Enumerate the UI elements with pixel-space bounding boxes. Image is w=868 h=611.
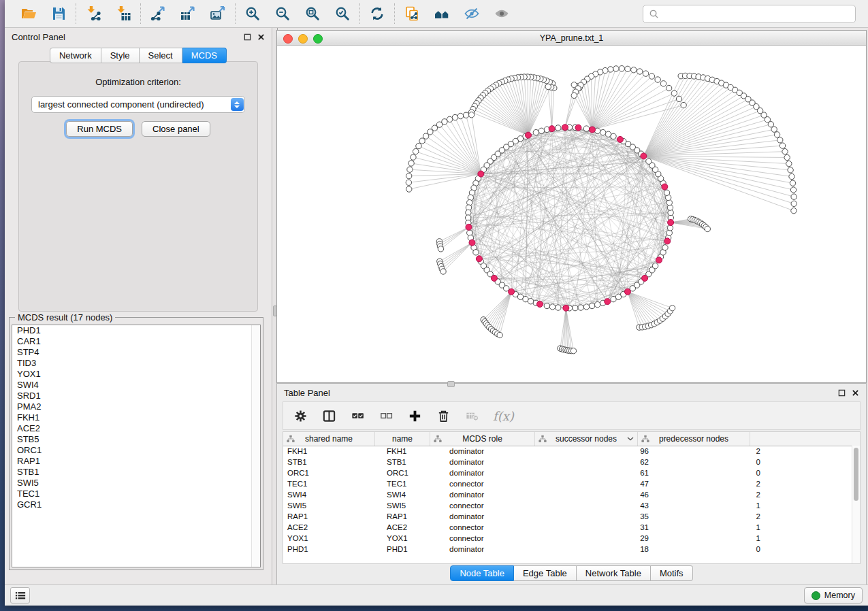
tab-motifs[interactable]: Motifs	[651, 565, 693, 581]
graph-node-dominator[interactable]	[525, 132, 531, 138]
graph-node[interactable]	[791, 201, 797, 206]
window-minimize-icon[interactable]	[298, 34, 308, 44]
table-cell[interactable]: dominator	[445, 512, 558, 521]
table-scrollbar[interactable]	[852, 446, 860, 563]
list-item[interactable]: ORC1	[12, 445, 260, 456]
table-cell[interactable]: dominator	[445, 545, 558, 553]
tab-edge-table[interactable]: Edge Table	[514, 565, 577, 581]
graph-node[interactable]	[631, 67, 637, 73]
table-cell[interactable]: 62	[558, 458, 660, 466]
list-item[interactable]: RAP1	[12, 456, 260, 467]
graph-node[interactable]	[406, 186, 412, 192]
table-cell[interactable]: ORC1	[283, 469, 383, 477]
table-cell[interactable]: 0	[660, 469, 771, 477]
graph-node[interactable]	[649, 73, 654, 79]
table-row[interactable]: SWI4SWI4dominator462	[283, 489, 852, 500]
graph-node-dominator[interactable]	[478, 171, 484, 177]
mcds-result-list[interactable]: PHD1CAR1STP4TID3YOX1SWI4SRD1PMA2FKH1ACE2…	[12, 325, 261, 567]
table-cell[interactable]: ACE2	[383, 523, 445, 531]
table-cell[interactable]: ACE2	[283, 523, 383, 531]
delete-column-trash-icon[interactable]	[436, 408, 451, 423]
table-cell[interactable]: SWI5	[283, 501, 383, 510]
graph-node[interactable]	[406, 180, 411, 185]
graph-node[interactable]	[667, 225, 673, 231]
table-cell[interactable]: connector	[445, 501, 558, 510]
graph-node[interactable]	[605, 131, 611, 137]
graph-node-dominator[interactable]	[562, 125, 568, 131]
sort-desc-icon[interactable]	[627, 437, 634, 441]
graph-node[interactable]	[539, 128, 544, 133]
window-maximize-icon[interactable]	[313, 34, 323, 44]
graph-node[interactable]	[416, 143, 421, 148]
list-item[interactable]: FKH1	[12, 412, 260, 423]
criterion-dropdown[interactable]: largest connected component (undirected)	[31, 96, 245, 113]
graph-node[interactable]	[791, 208, 797, 214]
graph-node[interactable]	[440, 269, 446, 274]
graph-node[interactable]	[533, 129, 539, 135]
table-cell[interactable]: dominator	[445, 491, 558, 499]
table-row[interactable]: RAP1RAP1dominator352	[283, 511, 852, 522]
graph-node-dominator[interactable]	[549, 126, 555, 132]
graph-node[interactable]	[613, 66, 619, 71]
table-cell[interactable]: YOX1	[283, 534, 383, 542]
add-column-icon[interactable]	[407, 408, 422, 423]
table-cell[interactable]: dominator	[445, 458, 558, 466]
table-row[interactable]: PHD1PHD1dominator180	[283, 544, 852, 555]
table-cell[interactable]: dominator	[445, 469, 558, 477]
graph-node[interactable]	[789, 174, 794, 179]
graph-node-dominator[interactable]	[589, 127, 595, 133]
window-close-icon[interactable]	[283, 34, 293, 44]
open-folder-icon[interactable]	[20, 5, 37, 22]
table-cell[interactable]: RAP1	[283, 512, 383, 521]
import-table-icon[interactable]	[114, 5, 132, 22]
graph-node[interactable]	[643, 71, 648, 76]
table-cell[interactable]: 2	[660, 512, 771, 521]
graph-node[interactable]	[407, 167, 413, 172]
table-cell[interactable]: 35	[558, 512, 660, 521]
column-header-successor-nodes[interactable]: successor nodes	[535, 432, 638, 446]
float-panel-icon[interactable]	[838, 389, 846, 397]
table-cell[interactable]: FKH1	[283, 447, 383, 455]
graph-node-dominator[interactable]	[664, 238, 671, 244]
graph-node[interactable]	[637, 69, 642, 74]
tab-node-table[interactable]: Node Table	[450, 565, 514, 581]
graph-node-dominator[interactable]	[575, 125, 581, 131]
list-item[interactable]: STP4	[12, 347, 260, 358]
table-settings-gear-icon[interactable]	[293, 408, 308, 423]
graph-node[interactable]	[468, 112, 474, 118]
graph-node[interactable]	[771, 127, 777, 132]
table-cell[interactable]: 0	[660, 458, 771, 466]
zoom-selected-icon[interactable]	[334, 5, 351, 22]
graph-node[interactable]	[573, 305, 578, 310]
close-panel-icon[interactable]	[852, 389, 859, 397]
graph-node-dominator[interactable]	[617, 136, 623, 142]
search-box[interactable]	[643, 5, 856, 23]
graph-node[interactable]	[583, 304, 589, 310]
table-cell[interactable]: 31	[558, 523, 660, 531]
table-cell[interactable]: PHD1	[283, 545, 383, 553]
graph-node[interactable]	[457, 113, 463, 118]
table-cell[interactable]: TEC1	[283, 480, 383, 488]
graph-node[interactable]	[570, 348, 576, 353]
table-cell[interactable]: STB1	[383, 458, 445, 466]
graph-node[interactable]	[571, 93, 577, 98]
table-cell[interactable]: 1	[660, 501, 771, 510]
graph-node[interactable]	[790, 180, 795, 186]
graph-node[interactable]	[600, 129, 605, 135]
deselect-all-icon[interactable]	[379, 408, 393, 423]
graph-node-dominator[interactable]	[491, 275, 497, 281]
column-header-predecessor-nodes[interactable]: predecessor nodes	[638, 432, 750, 446]
graph-node[interactable]	[619, 66, 624, 71]
export-image-icon[interactable]	[209, 5, 227, 22]
graph-node-dominator[interactable]	[536, 301, 543, 308]
table-cell[interactable]: STB1	[283, 458, 383, 466]
select-all-icon[interactable]	[350, 408, 365, 423]
graph-node[interactable]	[438, 246, 443, 252]
table-cell[interactable]: 0	[660, 545, 771, 553]
close-panel-button[interactable]: Close panel	[142, 121, 210, 137]
show-columns-icon[interactable]	[321, 408, 336, 423]
list-item[interactable]: PMA2	[12, 401, 260, 412]
graph-node[interactable]	[768, 122, 773, 127]
duplicate-network-icon[interactable]	[403, 5, 421, 22]
graph-node-dominator[interactable]	[642, 275, 648, 281]
